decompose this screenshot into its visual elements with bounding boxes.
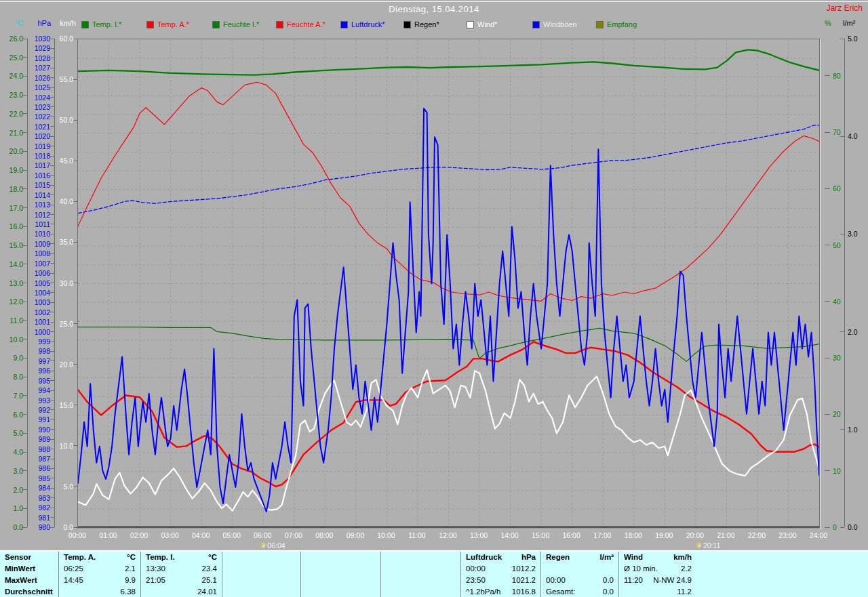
hpa-axis-tick-label: 1008 <box>35 250 50 257</box>
hpa-axis-tick-label: 992 <box>38 407 50 413</box>
hpa-axis-tick-label: 1009 <box>35 241 50 247</box>
hpa-axis-tick-label: 1005 <box>35 280 50 287</box>
legend-item-1[interactable]: Temp. A.* <box>146 20 189 28</box>
hpa-axis-tick <box>50 97 54 98</box>
time-tick-label: 10:00 <box>372 531 399 539</box>
pct-axis-tick-label: 30 <box>833 354 841 361</box>
legend-item-4[interactable]: Luftdruck* <box>340 20 385 28</box>
hpa-axis-tick-label: 1025 <box>35 84 50 91</box>
hpa-axis-tick-label: 1014 <box>35 192 50 199</box>
cel-axis-tick <box>23 226 27 227</box>
kmh-axis-tick-label: 10.0 <box>60 442 73 449</box>
hpa-axis-tick-label: 1011 <box>35 221 50 228</box>
legend-item-0[interactable]: Temp. I.* <box>81 20 121 28</box>
pct-axis-tick <box>825 245 830 245</box>
hpa-axis-tick-label: 1019 <box>35 143 50 150</box>
pct-axis-tick-label: 80 <box>833 73 841 79</box>
legend-item-5[interactable]: Regen* <box>403 20 439 28</box>
hpa-axis-tick-label: 984 <box>38 485 50 491</box>
kmh-axis-tick-label: 40.0 <box>60 198 73 205</box>
legend-item-label: Feuchte A.* <box>287 20 326 28</box>
hpa-axis-tick <box>50 185 54 186</box>
hpa-axis-tick-label: 1024 <box>35 94 50 101</box>
time-tick-label: 22:00 <box>743 531 770 539</box>
hpa-axis-tick-label: 1013 <box>35 201 50 208</box>
hpa-axis-tick <box>50 312 54 312</box>
hpa-axis-tick <box>50 48 54 49</box>
cel-axis-tick <box>23 433 27 434</box>
pct-axis-tick <box>825 358 830 358</box>
lm2-axis-tick-label: 0.0 <box>848 524 858 531</box>
table-row-label: MaxWert <box>5 575 37 586</box>
time-tick-label: 24:00 <box>805 531 832 539</box>
legend-item-7[interactable]: Windböen <box>532 20 577 28</box>
hpa-axis-tick <box>50 400 54 400</box>
legend-item-label: Feuchte I.* <box>223 20 259 28</box>
table-row-label: Durchschnitt <box>5 586 53 597</box>
time-tick-label: 14:00 <box>496 531 524 539</box>
cel-axis-tick <box>23 470 27 471</box>
time-tick-label: 01:00 <box>95 531 122 539</box>
weather-station-window: Dienstag, 15.04.2014 Jarz Erich Temp. I.… <box>0 0 868 597</box>
pct-axis-tick <box>825 75 830 76</box>
pct-axis-tick <box>825 132 830 133</box>
kmh-axis-tick-label: 25.0 <box>60 321 73 327</box>
sun-icon: ☀ <box>259 541 266 550</box>
lm2-axis-tick <box>840 234 844 234</box>
cel-axis-tick <box>23 207 27 208</box>
cel-axis-tick-label: 17.0 <box>9 205 23 211</box>
hpa-axis-tick <box>50 361 54 361</box>
cel-axis-line <box>27 39 28 527</box>
pct-axis-tick-label: 10 <box>833 468 841 474</box>
hpa-axis-tick-label: 1030 <box>35 35 50 42</box>
cel-axis-tick-label: 20.0 <box>9 148 23 155</box>
time-tick-label: 17:00 <box>589 531 616 539</box>
time-tick-label: 08:00 <box>311 531 338 539</box>
hpa-axis-tick-label: 1002 <box>35 309 50 316</box>
hpa-axis-tick-label: 1029 <box>35 45 50 52</box>
cel-axis-tick <box>23 508 27 509</box>
cel-axis-tick-label: 22.0 <box>9 110 23 117</box>
table-cell-time: 00:00 <box>466 563 486 575</box>
hpa-axis-tick <box>50 39 54 39</box>
cel-axis-tick-label: 9.0 <box>13 354 23 361</box>
hpa-axis-tick <box>50 439 54 440</box>
pct-axis-tick-label: 60 <box>833 185 841 192</box>
time-tick-label: 16:00 <box>558 531 585 539</box>
table-column-empty <box>222 552 300 597</box>
pct-axis-tick-label: 70 <box>833 129 841 136</box>
hpa-axis-tick <box>50 517 54 518</box>
lm2-axis-line <box>844 39 845 527</box>
time-tick-label: 02:00 <box>125 531 153 539</box>
hpa-axis-tick <box>50 302 54 303</box>
cel-axis-tick-label: 6.0 <box>13 411 23 418</box>
hpa-axis-tick-label: 1016 <box>35 172 50 179</box>
hpa-axis-tick-label: 1015 <box>35 182 50 188</box>
table-cell-time: Gesamt: <box>546 586 575 597</box>
hpa-axis-tick-label: 996 <box>38 367 50 374</box>
hpa-axis-tick <box>50 322 54 323</box>
table-column-unit: °C <box>127 552 136 563</box>
legend-item-2[interactable]: Feuchte I.* <box>212 20 259 28</box>
hpa-axis-tick <box>50 527 54 528</box>
cel-axis-tick-label: 0.0 <box>13 524 23 531</box>
hpa-axis-line <box>54 39 55 527</box>
hpa-axis-tick-label: 1026 <box>35 75 50 81</box>
legend-item-6[interactable]: Wind* <box>467 20 497 28</box>
hpa-axis-tick <box>50 136 54 137</box>
table-cell-time: ^1.2hPa/h <box>466 586 500 597</box>
time-tick-label: 13:00 <box>465 531 492 539</box>
hpa-axis-tick <box>50 224 54 224</box>
legend-item-label: Luftdruck* <box>351 20 385 28</box>
pct-axis-tick-label: 20 <box>833 411 841 417</box>
table-cell-time: Ø 10 min. <box>624 563 658 575</box>
hpa-axis-tick <box>50 419 54 420</box>
legend-item-3[interactable]: Feuchte A.* <box>276 20 326 28</box>
cel-axis-tick <box>23 170 27 171</box>
table-cell-value: 1016.8 <box>512 586 536 597</box>
pct-axis-tick-label: 0 <box>833 524 837 531</box>
hpa-axis-tick-label: 998 <box>38 348 50 354</box>
legend-item-8[interactable]: Empfang <box>596 20 637 28</box>
hpa-axis-tick-label: 983 <box>38 495 50 501</box>
cel-axis-tick <box>23 489 27 490</box>
